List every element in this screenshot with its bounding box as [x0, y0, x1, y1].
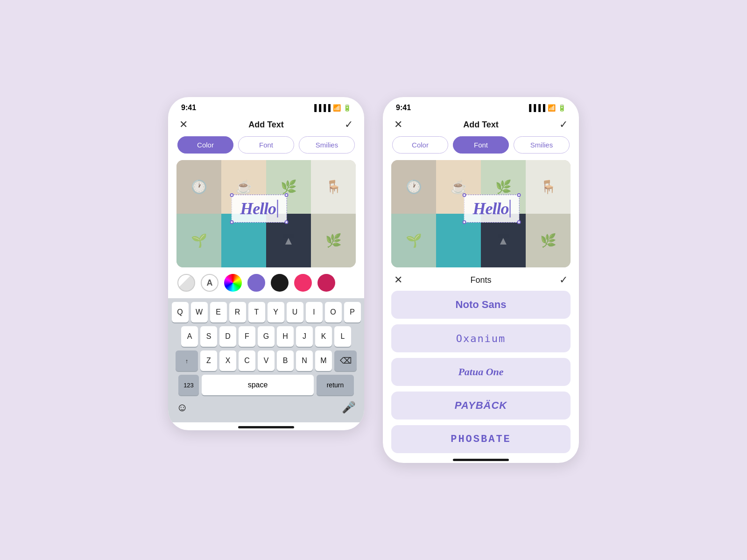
- left-confirm-button[interactable]: ✓: [345, 119, 353, 131]
- key-numbers[interactable]: 123: [178, 375, 199, 395]
- key-p[interactable]: P: [344, 302, 361, 322]
- overlay-text-left: Hello: [240, 199, 276, 218]
- key-v[interactable]: V: [258, 350, 275, 371]
- right-header-title: Add Text: [463, 120, 499, 130]
- key-h[interactable]: H: [277, 326, 294, 347]
- key-z[interactable]: Z: [200, 350, 217, 371]
- right-confirm-button[interactable]: ✓: [559, 119, 568, 131]
- font-label-noto-sans: Noto Sans: [456, 299, 507, 311]
- right-canvas-cell-8: 🌿: [526, 214, 571, 267]
- fonts-panel: ✕ Fonts ✓ Noto Sans Oxanium Patua One PA…: [383, 267, 579, 453]
- canvas-cell-4: 🪑: [311, 160, 356, 214]
- key-c[interactable]: C: [239, 350, 255, 371]
- key-q[interactable]: Q: [172, 302, 189, 322]
- text-cursor-left: [277, 200, 278, 217]
- fonts-panel-header: ✕ Fonts ✓: [391, 267, 571, 291]
- key-r[interactable]: R: [229, 302, 246, 322]
- key-k[interactable]: K: [315, 326, 332, 347]
- handle-tl[interactable]: [230, 193, 233, 197]
- right-close-button[interactable]: ✕: [394, 119, 402, 131]
- fonts-confirm-button[interactable]: ✓: [559, 274, 568, 286]
- right-text-overlay[interactable]: Hello: [464, 195, 520, 223]
- right-app-header: ✕ Add Text ✓: [383, 115, 579, 136]
- key-e[interactable]: E: [210, 302, 227, 322]
- color-deeppink[interactable]: [317, 274, 335, 292]
- signal-icon: ▐▐▐▐: [312, 104, 331, 112]
- font-item-noto-sans[interactable]: Noto Sans: [391, 291, 571, 319]
- key-m[interactable]: M: [315, 350, 332, 371]
- key-return[interactable]: return: [317, 375, 354, 395]
- key-i[interactable]: I: [306, 302, 323, 322]
- key-shift[interactable]: ↑: [176, 350, 198, 371]
- color-text-swatch[interactable]: A: [201, 274, 218, 292]
- overlay-text-right: Hello: [473, 199, 509, 218]
- color-hotpink[interactable]: [294, 274, 312, 292]
- left-text-overlay[interactable]: Hello: [231, 195, 287, 223]
- color-picker-row: A: [168, 267, 364, 298]
- key-d[interactable]: D: [219, 326, 236, 347]
- handle-tr[interactable]: [284, 193, 288, 197]
- key-t[interactable]: T: [248, 302, 265, 322]
- text-cursor-right: [510, 200, 511, 217]
- handle-bl[interactable]: [230, 220, 233, 224]
- key-a[interactable]: A: [181, 326, 198, 347]
- left-status-bar: 9:41 ▐▐▐▐ 📶 🔋: [168, 97, 364, 115]
- key-l[interactable]: L: [334, 326, 351, 347]
- key-g[interactable]: G: [258, 326, 275, 347]
- wifi-icon: 📶: [333, 104, 341, 112]
- battery-icon: 🔋: [343, 104, 351, 112]
- key-u[interactable]: U: [287, 302, 303, 322]
- tab-color-right[interactable]: Color: [392, 136, 448, 154]
- right-handle-br[interactable]: [517, 220, 521, 224]
- key-j[interactable]: J: [296, 326, 313, 347]
- emoji-row: ☺ 🎤: [171, 398, 361, 419]
- right-canvas-cell-1: 🕐: [391, 160, 436, 214]
- left-close-button[interactable]: ✕: [179, 119, 188, 131]
- color-black[interactable]: [271, 274, 289, 292]
- tab-font-right[interactable]: Font: [453, 136, 509, 154]
- key-o[interactable]: O: [325, 302, 342, 322]
- tab-smilies-left[interactable]: Smilies: [299, 136, 355, 154]
- key-space[interactable]: space: [202, 375, 314, 395]
- key-x[interactable]: X: [219, 350, 236, 371]
- keyboard-bottom-row: 123 space return: [171, 375, 361, 395]
- color-rainbow[interactable]: [224, 274, 242, 292]
- font-item-payback[interactable]: PAYBÄCK: [391, 392, 571, 420]
- left-canvas-area: 🕐 ☕ 🌿 🪑 🌱 ▲ 🌿 Hello: [176, 160, 356, 267]
- fonts-panel-title: Fonts: [470, 275, 491, 285]
- fonts-close-button[interactable]: ✕: [394, 274, 402, 286]
- keyboard-row-1: Q W E R T Y U I O P: [171, 302, 361, 322]
- tab-smilies-right[interactable]: Smilies: [514, 136, 570, 154]
- right-status-time: 9:41: [396, 104, 411, 112]
- font-item-oxanium[interactable]: Oxanium: [391, 324, 571, 352]
- emoji-button[interactable]: ☺: [176, 401, 188, 414]
- color-purple[interactable]: [247, 274, 265, 292]
- key-n[interactable]: N: [296, 350, 313, 371]
- left-app-header: ✕ Add Text ✓: [168, 115, 364, 136]
- color-transparent[interactable]: [177, 274, 195, 292]
- right-handle-tl[interactable]: [463, 193, 466, 197]
- right-signal-icon: ▐▐▐▐: [527, 104, 545, 112]
- tab-font-left[interactable]: Font: [238, 136, 294, 154]
- home-bar-right: [453, 459, 509, 461]
- font-label-payback: PAYBÄCK: [455, 399, 507, 412]
- key-b[interactable]: B: [277, 350, 294, 371]
- key-f[interactable]: F: [239, 326, 255, 347]
- font-item-phosbate[interactable]: PHOSBATE: [391, 425, 571, 453]
- tab-color-left[interactable]: Color: [177, 136, 233, 154]
- canvas-cell-8: 🌿: [311, 214, 356, 267]
- right-tabs-row: Color Font Smilies: [383, 136, 579, 160]
- key-s[interactable]: S: [200, 326, 217, 347]
- keyboard: Q W E R T Y U I O P A S D F G H: [168, 298, 364, 422]
- key-w[interactable]: W: [191, 302, 208, 322]
- right-battery-icon: 🔋: [558, 104, 566, 112]
- right-handle-tr[interactable]: [517, 193, 521, 197]
- font-item-patua-one[interactable]: Patua One: [391, 358, 571, 386]
- handle-br[interactable]: [284, 220, 288, 224]
- right-wifi-icon: 📶: [548, 104, 556, 112]
- key-y[interactable]: Y: [268, 302, 284, 322]
- right-canvas-cell-4: 🪑: [526, 160, 571, 214]
- key-backspace[interactable]: ⌫: [334, 350, 357, 371]
- mic-button[interactable]: 🎤: [342, 401, 356, 414]
- right-handle-bl[interactable]: [463, 220, 466, 224]
